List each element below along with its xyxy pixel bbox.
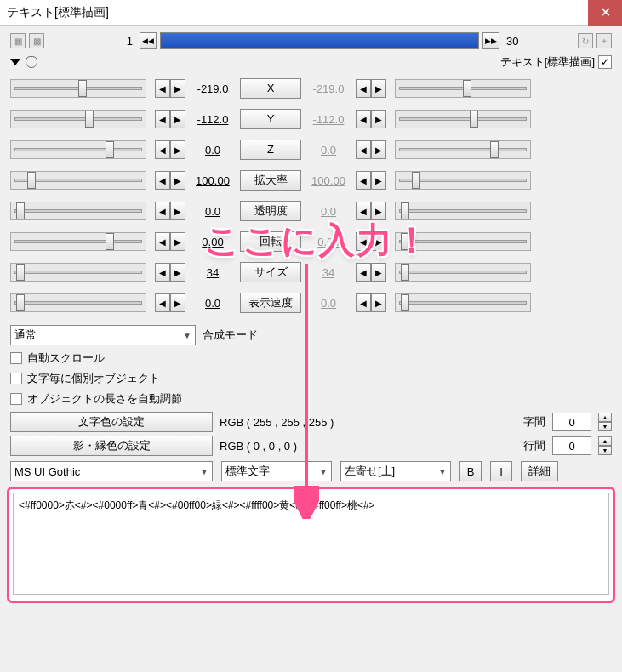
slider-left[interactable] xyxy=(10,232,146,251)
dec-right[interactable]: ◀ xyxy=(356,202,371,220)
value-right[interactable]: 0.0 xyxy=(303,205,354,218)
inc-right[interactable]: ▶ xyxy=(371,171,386,190)
inc-right[interactable]: ▶ xyxy=(371,110,386,128)
line-spacing-input[interactable]: 0 xyxy=(552,436,591,455)
text-color-button[interactable]: 文字色の設定 xyxy=(10,412,213,432)
dec-left[interactable]: ◀ xyxy=(155,293,170,312)
value-left[interactable]: 100.00 xyxy=(187,174,238,187)
chevron-down-icon: ▼ xyxy=(438,467,447,476)
rendering-select[interactable]: 標準文字 ▼ xyxy=(221,461,332,481)
slider-left[interactable] xyxy=(10,263,146,282)
detail-button[interactable]: 詳細 xyxy=(521,461,558,481)
param-label-button[interactable]: サイズ xyxy=(240,262,301,282)
value-right[interactable]: 0.00 xyxy=(303,236,354,248)
slider-left[interactable] xyxy=(10,171,146,190)
slider-left[interactable] xyxy=(10,293,146,312)
value-left[interactable]: 0.00 xyxy=(187,236,238,248)
value-right[interactable]: -112.0 xyxy=(303,113,354,126)
per-char-checkbox[interactable] xyxy=(10,373,22,384)
dec-left[interactable]: ◀ xyxy=(155,110,170,128)
slider-right[interactable] xyxy=(395,232,531,251)
inc-left[interactable]: ▶ xyxy=(170,171,185,190)
auto-length-checkbox[interactable] xyxy=(10,393,22,405)
italic-button[interactable]: I xyxy=(490,461,512,481)
param-label-button[interactable]: 回転 xyxy=(240,231,301,252)
value-left[interactable]: 0.0 xyxy=(187,297,238,310)
param-label-button[interactable]: Z xyxy=(240,140,301,160)
param-label-button[interactable]: X xyxy=(240,78,301,99)
text-input[interactable] xyxy=(13,493,609,595)
slider-right[interactable] xyxy=(395,202,531,220)
grid-icon[interactable]: ▩ xyxy=(29,33,44,48)
dec-right[interactable]: ◀ xyxy=(356,171,371,190)
dec-right[interactable]: ◀ xyxy=(356,232,371,251)
slider-left[interactable] xyxy=(10,202,146,220)
inc-right[interactable]: ▶ xyxy=(371,293,386,312)
add-icon[interactable]: ＋ xyxy=(596,33,612,48)
value-right[interactable]: 0.0 xyxy=(303,297,354,310)
param-label-button[interactable]: 拡大率 xyxy=(240,170,301,191)
inc-left[interactable]: ▶ xyxy=(170,110,185,128)
value-left[interactable]: 0.0 xyxy=(187,144,238,157)
char-spacing-input[interactable]: 0 xyxy=(552,413,591,431)
dec-right[interactable]: ◀ xyxy=(356,79,371,98)
dec-right[interactable]: ◀ xyxy=(356,263,371,282)
slider-left[interactable] xyxy=(10,140,146,159)
line-spacing-spinner[interactable]: ▲▼ xyxy=(598,436,612,455)
value-left[interactable]: -112.0 xyxy=(187,113,238,126)
close-button[interactable]: ✕ xyxy=(588,0,622,26)
timeline-bar[interactable] xyxy=(160,32,479,49)
slider-right[interactable] xyxy=(395,110,531,128)
dec-left[interactable]: ◀ xyxy=(155,79,170,98)
forward-button[interactable]: ▶▶ xyxy=(482,32,499,49)
value-left[interactable]: -219.0 xyxy=(187,83,238,95)
dec-right[interactable]: ◀ xyxy=(356,293,371,312)
value-right[interactable]: 100.00 xyxy=(303,174,354,187)
param-label-button[interactable]: 透明度 xyxy=(240,201,301,221)
inc-left[interactable]: ▶ xyxy=(170,263,185,282)
section-enable-checkbox[interactable] xyxy=(598,55,612,69)
param-label-button[interactable]: Y xyxy=(240,109,301,129)
value-right[interactable]: -219.0 xyxy=(303,83,354,95)
align-select[interactable]: 左寄せ[上] ▼ xyxy=(340,461,451,481)
value-right[interactable]: 0.0 xyxy=(303,144,354,157)
dec-right[interactable]: ◀ xyxy=(356,110,371,128)
value-left[interactable]: 0.0 xyxy=(187,205,238,218)
inc-left[interactable]: ▶ xyxy=(170,293,185,312)
inc-left[interactable]: ▶ xyxy=(170,140,185,159)
inc-left[interactable]: ▶ xyxy=(170,202,185,220)
inc-right[interactable]: ▶ xyxy=(371,232,386,251)
inc-left[interactable]: ▶ xyxy=(170,79,185,98)
dec-left[interactable]: ◀ xyxy=(155,171,170,190)
inc-right[interactable]: ▶ xyxy=(371,140,386,159)
dec-left[interactable]: ◀ xyxy=(155,140,170,159)
inc-right[interactable]: ▶ xyxy=(371,79,386,98)
blend-mode-select[interactable]: 通常 ▼ xyxy=(10,325,196,345)
font-select[interactable]: MS UI Gothic ▼ xyxy=(10,461,213,481)
auto-scroll-checkbox[interactable] xyxy=(10,352,22,364)
inc-right[interactable]: ▶ xyxy=(371,202,386,220)
shadow-color-button[interactable]: 影・縁色の設定 xyxy=(10,436,213,456)
inc-right[interactable]: ▶ xyxy=(371,263,386,282)
dec-left[interactable]: ◀ xyxy=(155,232,170,251)
char-spacing-spinner[interactable]: ▲▼ xyxy=(598,413,612,431)
dec-left[interactable]: ◀ xyxy=(155,263,170,282)
slider-left[interactable] xyxy=(10,79,146,98)
slider-left[interactable] xyxy=(10,110,146,128)
camera-icon[interactable]: ▦ xyxy=(10,33,26,48)
param-label-button[interactable]: 表示速度 xyxy=(240,293,301,313)
dec-left[interactable]: ◀ xyxy=(155,202,170,220)
refresh-icon[interactable]: ↻ xyxy=(578,33,593,48)
slider-right[interactable] xyxy=(395,293,531,312)
inc-left[interactable]: ▶ xyxy=(170,232,185,251)
value-right[interactable]: 34 xyxy=(303,266,354,279)
bold-button[interactable]: B xyxy=(459,461,482,481)
rewind-button[interactable]: ◀◀ xyxy=(140,32,157,49)
value-left[interactable]: 34 xyxy=(187,266,238,279)
slider-right[interactable] xyxy=(395,79,531,98)
slider-right[interactable] xyxy=(395,140,531,159)
slider-right[interactable] xyxy=(395,171,531,190)
dec-right[interactable]: ◀ xyxy=(356,140,371,159)
slider-right[interactable] xyxy=(395,263,531,282)
collapse-icon[interactable] xyxy=(10,59,20,65)
